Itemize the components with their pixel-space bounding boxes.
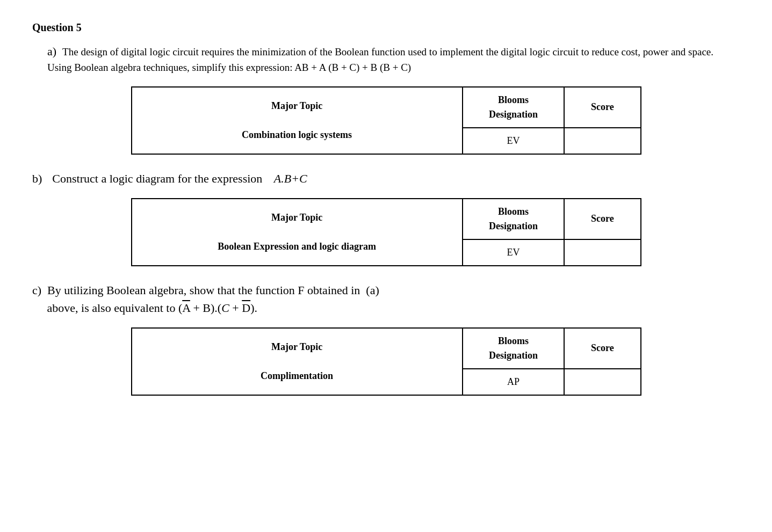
part-c-table: Major Topic Complimentation Blooms Desig… <box>131 327 641 396</box>
table-row: Major Topic Boolean Expression and logic… <box>132 199 641 239</box>
major-topic-cell-c: Major Topic Complimentation <box>132 328 463 395</box>
major-topic-header-a: Major Topic <box>143 99 451 113</box>
question-title: Question 5 <box>32 21 740 34</box>
part-a: a) The design of digital logic circuit r… <box>32 42 740 155</box>
table-row: Major Topic Complimentation Blooms Desig… <box>132 328 641 369</box>
major-topic-cell-a: Major Topic Combination logic systems <box>132 87 463 154</box>
part-c-text: c) By utilizing Boolean algebra, show th… <box>32 281 740 317</box>
part-b-intro: Construct a logic diagram for the expres… <box>52 170 262 187</box>
major-topic-header-b: Major Topic <box>143 210 451 225</box>
table-row: Major Topic Combination logic systems Bl… <box>132 87 641 128</box>
major-topic-header-c: Major Topic <box>143 340 451 354</box>
part-c-label: c) <box>32 283 47 297</box>
score-value-b <box>564 239 640 266</box>
major-topic-value-c: Complimentation <box>143 369 451 383</box>
part-c-table-wrapper: Major Topic Complimentation Blooms Desig… <box>32 327 740 396</box>
blooms-value-b: EV <box>463 239 565 266</box>
major-topic-cell-b: Major Topic Boolean Expression and logic… <box>132 199 463 266</box>
part-b: b) Construct a logic diagram for the exp… <box>32 170 740 266</box>
part-b-math: A.B+C <box>274 170 307 187</box>
a-bar: A <box>182 301 190 315</box>
part-b-label: b) <box>32 170 48 187</box>
major-topic-value-a: Combination logic systems <box>143 128 451 142</box>
part-b-table: Major Topic Boolean Expression and logic… <box>131 198 641 266</box>
part-b-table-wrapper: Major Topic Boolean Expression and logic… <box>32 198 740 266</box>
score-value-a <box>564 128 640 154</box>
blooms-value-c: AP <box>463 369 565 395</box>
blooms-value-a: EV <box>463 128 565 154</box>
score-header-a: Score <box>564 87 640 128</box>
d-bar: D <box>242 301 250 315</box>
part-a-table-wrapper: Major Topic Combination logic systems Bl… <box>32 86 740 155</box>
blooms-header-a: Blooms Designation <box>463 87 565 128</box>
part-c: c) By utilizing Boolean algebra, show th… <box>32 281 740 396</box>
score-header-c: Score <box>564 328 640 369</box>
score-header-b: Score <box>564 199 640 239</box>
part-b-text: b) Construct a logic diagram for the exp… <box>32 170 740 187</box>
part-a-table: Major Topic Combination logic systems Bl… <box>131 86 641 155</box>
major-topic-value-b: Boolean Expression and logic diagram <box>143 239 451 254</box>
blooms-header-c: Blooms Designation <box>463 328 565 369</box>
score-value-c <box>564 369 640 395</box>
part-a-text: a) The design of digital logic circuit r… <box>47 42 740 76</box>
part-a-label: a) <box>47 45 62 58</box>
blooms-header-b: Blooms Designation <box>463 199 565 239</box>
